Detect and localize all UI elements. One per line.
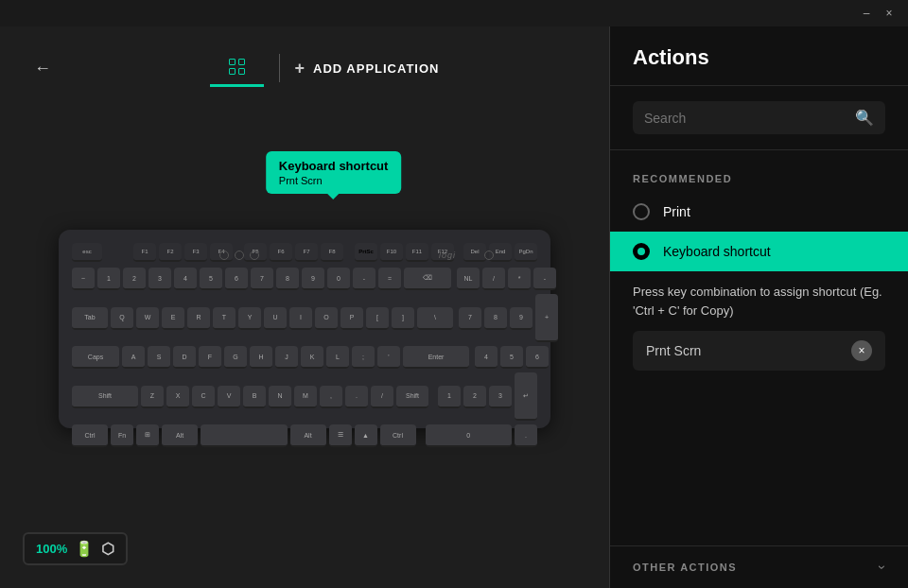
shortcut-value: Prnt Scrn: [646, 343, 844, 358]
key-a: A: [122, 346, 145, 369]
key-menu: ☰: [329, 424, 352, 447]
key-f6: F6: [270, 243, 292, 262]
vertical-divider: [279, 54, 280, 82]
action-print-label: Print: [663, 204, 690, 219]
key-lbracket: [: [366, 307, 389, 330]
key-period: .: [345, 386, 368, 408]
key-l: L: [326, 346, 349, 369]
key-enter: Enter: [403, 346, 469, 369]
key-space: [201, 424, 288, 447]
key-backspace: ⌫: [404, 268, 451, 290]
num-6: 6: [526, 346, 549, 369]
radio-keyboard-shortcut: [633, 243, 650, 260]
key-ralt: Alt: [290, 424, 326, 447]
key-row-3: Caps A S D F G H J K L ; ' Enter: [72, 346, 537, 369]
other-actions-label: OTHER ACTIONS: [633, 562, 737, 573]
key-z: Z: [141, 386, 164, 408]
tooltip-subtitle: Prnt Scrn: [279, 175, 389, 186]
key-row-1: ~ 1 2 3 4 5 6 7 8 9 0 - = ⌫: [72, 268, 537, 290]
search-icon[interactable]: 🔍: [855, 109, 874, 127]
key-b: B: [243, 386, 266, 408]
add-application-label: ADD APPLICATION: [313, 61, 439, 76]
panel-title: Actions: [633, 45, 885, 70]
num-3: 3: [489, 386, 512, 408]
key-esc: esc: [72, 243, 102, 262]
num-4: 4: [475, 346, 498, 369]
num-0: 0: [426, 424, 513, 447]
key-p: P: [340, 307, 363, 330]
key-f3: F3: [184, 243, 207, 262]
action-item-keyboard-shortcut[interactable]: Keyboard shortcut: [610, 232, 908, 271]
apps-icon-button[interactable]: [210, 49, 264, 87]
key-del: Del: [463, 243, 486, 262]
key-comma: ,: [320, 386, 342, 408]
key-2: 2: [123, 268, 146, 290]
key-n: N: [269, 386, 291, 408]
back-button[interactable]: ←: [30, 55, 55, 82]
close-button[interactable]: ×: [878, 4, 900, 23]
key-rshift: Shift: [396, 386, 428, 408]
key-6: 6: [225, 268, 248, 290]
chevron-down-icon: ›: [876, 565, 891, 570]
key-m: M: [294, 386, 317, 408]
actions-list: RECOMMENDED Print Keyboard shortcut Pres…: [610, 150, 908, 545]
bluetooth-icon: ⬡: [101, 540, 114, 558]
panel-header: Actions: [610, 26, 908, 86]
key-c: C: [192, 386, 215, 408]
key-f11: F11: [406, 243, 428, 262]
left-panel: ← + ADD APPLICATION Keyboard shortcut P: [0, 26, 609, 588]
keyboard-tooltip: Keyboard shortcut Prnt Scrn: [266, 151, 402, 194]
key-k: K: [301, 346, 323, 369]
key-4: 4: [174, 268, 197, 290]
add-application-button[interactable]: + ADD APPLICATION: [295, 59, 440, 78]
num-2: 2: [463, 386, 486, 408]
key-0: 0: [327, 268, 350, 290]
main-content: ← + ADD APPLICATION Keyboard shortcut P: [0, 26, 908, 588]
key-9: 9: [302, 268, 324, 290]
action-item-print[interactable]: Print: [610, 192, 908, 232]
key-8: 8: [276, 268, 299, 290]
keyboard-wrapper: logi esc F1 F2 F3 F4: [59, 230, 550, 438]
key-f10: F10: [380, 243, 403, 262]
keyboard-indicator-circles: [219, 251, 259, 260]
key-slash: /: [371, 386, 393, 408]
key-r: R: [187, 307, 210, 330]
num-7: 7: [459, 307, 481, 330]
circle-indicator-3: [250, 251, 259, 260]
key-d: D: [173, 346, 196, 369]
key-row-0: esc F1 F2 F3 F4 F5 F6 F7 F8 PrtSc F10: [72, 243, 537, 262]
key-f8: F8: [321, 243, 343, 262]
key-row-4: Shift Z X C V B N M , . / Shift 1: [72, 372, 537, 421]
search-input[interactable]: [644, 111, 847, 126]
key-v: V: [218, 386, 240, 408]
shortcut-clear-button[interactable]: ×: [851, 340, 872, 361]
shortcut-config: Press key combination to assign shortcut…: [610, 271, 908, 386]
key-7: 7: [251, 268, 273, 290]
shortcut-input-row[interactable]: Prnt Scrn ×: [633, 331, 885, 371]
key-minus: -: [353, 268, 375, 290]
minimize-button[interactable]: –: [855, 4, 878, 23]
key-rctrl: Ctrl: [380, 424, 416, 447]
key-j: J: [275, 346, 298, 369]
key-g: G: [224, 346, 247, 369]
key-quote: ': [377, 346, 400, 369]
recommended-label: RECOMMENDED: [610, 165, 908, 192]
battery-indicator: 100% 🔋 ⬡: [23, 532, 128, 565]
right-panel: Actions 🔍 RECOMMENDED Print Keyboard sho…: [609, 26, 908, 588]
key-f9-prtsc: PrtSc: [355, 243, 377, 262]
action-keyboard-shortcut-label: Keyboard shortcut: [663, 244, 771, 259]
num-8: 8: [484, 307, 507, 330]
num-5: 5: [500, 346, 523, 369]
num-mul: *: [508, 268, 531, 290]
plus-icon: +: [295, 59, 306, 78]
key-u: U: [264, 307, 287, 330]
num-9: 9: [510, 307, 533, 330]
key-f2: F2: [159, 243, 182, 262]
key-fn: Fn: [111, 424, 133, 447]
other-actions-header[interactable]: OTHER ACTIONS ›: [610, 545, 908, 588]
apps-grid-icon: [229, 59, 245, 75]
num-enter: ↵: [515, 372, 537, 421]
key-1: 1: [97, 268, 120, 290]
key-y: Y: [238, 307, 261, 330]
num-lock: NL: [457, 268, 480, 290]
